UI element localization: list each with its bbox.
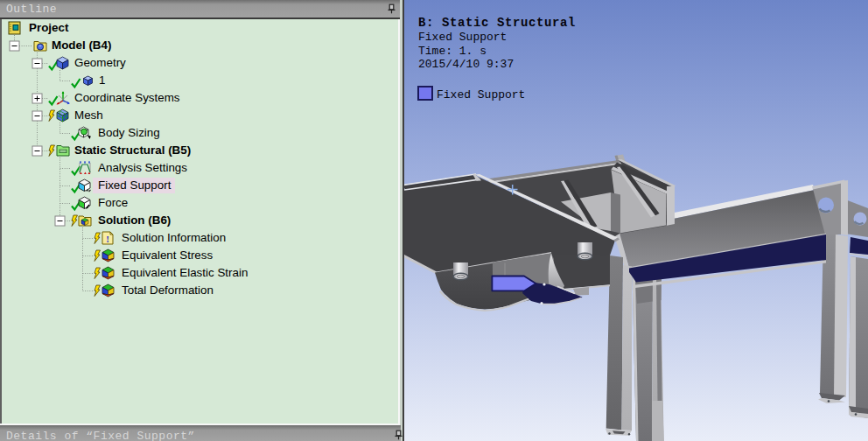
svg-text:Fixed Support: Fixed Support xyxy=(418,31,507,44)
svg-text:Time: 1. s: Time: 1. s xyxy=(418,45,486,58)
svg-text:B: Static Structural: B: Static Structural xyxy=(418,16,576,30)
svg-text:Fixed Support: Fixed Support xyxy=(437,88,525,102)
svg-text:2015/4/10 9:37: 2015/4/10 9:37 xyxy=(418,58,514,71)
